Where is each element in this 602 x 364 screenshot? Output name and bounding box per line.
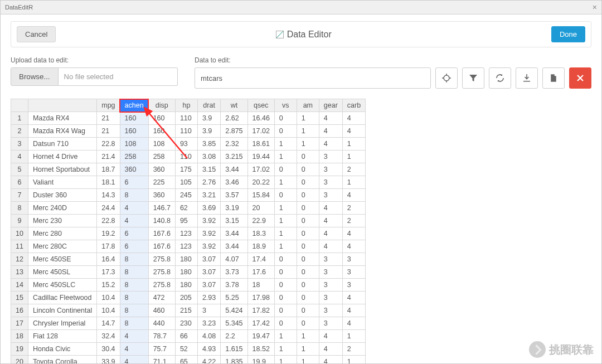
cell[interactable]: 0	[297, 317, 319, 330]
row-number[interactable]: 1	[11, 112, 28, 125]
cell[interactable]: 2.76	[197, 176, 220, 189]
cell[interactable]: 3.15	[197, 163, 220, 176]
refresh-button[interactable]	[489, 67, 511, 89]
row-name-cell[interactable]: Hornet 4 Drive	[28, 151, 96, 163]
cell[interactable]: 3.44	[221, 227, 247, 240]
cell[interactable]: 17.6	[247, 266, 274, 279]
cell[interactable]: 0	[274, 292, 297, 304]
row-number[interactable]: 20	[11, 356, 28, 364]
cell[interactable]: 33.9	[97, 356, 120, 364]
cell[interactable]: 215	[175, 304, 197, 317]
cell[interactable]: 22.8	[97, 138, 120, 151]
cell[interactable]: 17.98	[247, 292, 274, 304]
column-header-hp[interactable]: hp	[175, 99, 197, 112]
row-name-cell[interactable]: Cadillac Fleetwood	[28, 292, 96, 304]
cell[interactable]: 4	[342, 189, 365, 202]
cell[interactable]: 1	[274, 138, 297, 151]
cell[interactable]: 3.08	[197, 151, 220, 163]
cell[interactable]: 3	[197, 304, 220, 317]
cell[interactable]: 440	[148, 317, 175, 330]
cell[interactable]: 275.8	[148, 279, 175, 292]
file-button[interactable]	[542, 67, 565, 89]
cell[interactable]: 17.8	[97, 240, 120, 253]
cell[interactable]: 3	[319, 189, 342, 202]
cell[interactable]: 1	[297, 343, 319, 356]
cell[interactable]: 1	[274, 356, 297, 364]
cell[interactable]: 160	[120, 112, 148, 125]
cell[interactable]: 3.9	[197, 112, 220, 125]
column-header-carb[interactable]: carb	[342, 99, 365, 112]
cell[interactable]: 18.7	[97, 163, 120, 176]
cell[interactable]: 1	[274, 227, 297, 240]
cell[interactable]: 3.73	[221, 266, 247, 279]
cell[interactable]: 160	[148, 112, 175, 125]
cell[interactable]: 3.92	[197, 227, 220, 240]
cell[interactable]: 3.07	[197, 266, 220, 279]
cell[interactable]: 19.44	[247, 151, 274, 163]
row-name-cell[interactable]: Merc 240D	[28, 202, 96, 215]
cell[interactable]: 30.4	[97, 343, 120, 356]
row-name-cell[interactable]: Merc 450SLC	[28, 279, 96, 292]
cell[interactable]: 3.07	[197, 279, 220, 292]
cell[interactable]: 4	[319, 330, 342, 343]
cell[interactable]: 0	[297, 202, 319, 215]
cell[interactable]: 3	[319, 279, 342, 292]
row-name-cell[interactable]: Mazda RX4	[28, 112, 96, 125]
cell[interactable]: 225	[148, 176, 175, 189]
cell[interactable]: 4	[319, 240, 342, 253]
cell[interactable]: 1	[342, 151, 365, 163]
cell[interactable]: 19.2	[97, 227, 120, 240]
column-header-wt[interactable]: wt	[221, 99, 247, 112]
cell[interactable]: 180	[175, 253, 197, 266]
cell[interactable]: 16.46	[247, 112, 274, 125]
cell[interactable]: 8	[120, 304, 148, 317]
cell[interactable]: 1	[297, 138, 319, 151]
row-name-cell[interactable]: Datsun 710	[28, 138, 96, 151]
cell[interactable]: 1	[274, 343, 297, 356]
cell[interactable]: 0	[274, 304, 297, 317]
cell[interactable]: 20.22	[247, 176, 274, 189]
cell[interactable]: 1	[274, 176, 297, 189]
cell[interactable]: 78.7	[148, 330, 175, 343]
cell[interactable]: 5.345	[221, 317, 247, 330]
cell[interactable]: 110	[175, 125, 197, 138]
column-header-disp[interactable]: disp	[148, 99, 175, 112]
row-number[interactable]: 5	[11, 163, 28, 176]
cell[interactable]: 2.62	[221, 112, 247, 125]
cell[interactable]: 140.8	[148, 215, 175, 227]
cell[interactable]: 24.4	[97, 202, 120, 215]
cell[interactable]: 2	[342, 343, 365, 356]
cell[interactable]: 0	[297, 279, 319, 292]
cell[interactable]: 108	[120, 138, 148, 151]
cell[interactable]: 0	[297, 304, 319, 317]
cell[interactable]: 205	[175, 292, 197, 304]
cell[interactable]: 2	[342, 202, 365, 215]
cell[interactable]: 21	[97, 112, 120, 125]
row-number[interactable]: 14	[11, 279, 28, 292]
cell[interactable]: 1	[274, 240, 297, 253]
row-number[interactable]: 12	[11, 253, 28, 266]
cell[interactable]: 3.15	[221, 215, 247, 227]
cell[interactable]: 22.8	[97, 215, 120, 227]
cell[interactable]: 1.615	[221, 343, 247, 356]
cell[interactable]: 4	[120, 215, 148, 227]
cell[interactable]: 20	[247, 202, 274, 215]
cell[interactable]: 160	[148, 125, 175, 138]
cell[interactable]: 1.835	[221, 356, 247, 364]
cell[interactable]: 32.4	[97, 330, 120, 343]
cell[interactable]: 146.7	[148, 202, 175, 215]
cell[interactable]: 3.69	[197, 202, 220, 215]
column-header-mpg[interactable]: mpg	[97, 99, 120, 112]
cell[interactable]: 1	[297, 112, 319, 125]
row-number[interactable]: 15	[11, 292, 28, 304]
cell[interactable]: 3.07	[197, 253, 220, 266]
row-name-cell[interactable]: Toyota Corolla	[28, 356, 96, 364]
cell[interactable]: 0	[297, 151, 319, 163]
cell[interactable]: 4	[319, 343, 342, 356]
cell[interactable]: 3	[342, 253, 365, 266]
cell[interactable]: 4	[342, 112, 365, 125]
cell[interactable]: 8	[120, 189, 148, 202]
cell[interactable]: 110	[175, 151, 197, 163]
cell[interactable]: 4	[319, 125, 342, 138]
cell[interactable]: 3.21	[197, 189, 220, 202]
